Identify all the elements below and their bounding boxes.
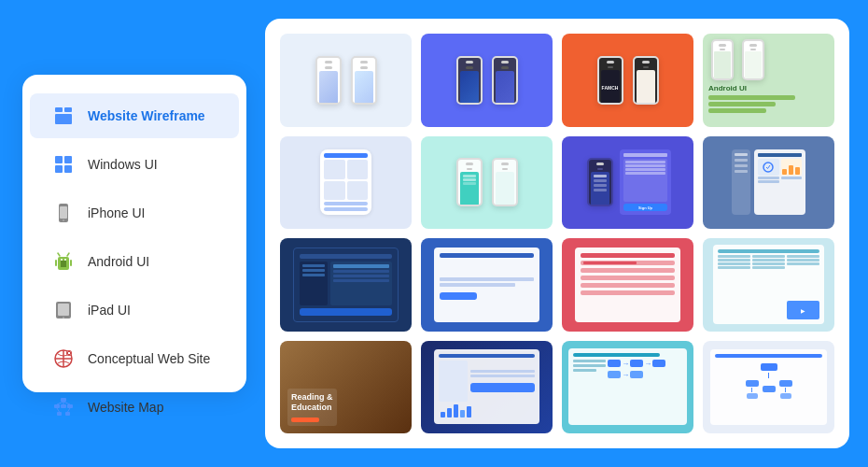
thumbnail-3[interactable]: FAMCH <box>562 34 693 127</box>
thumbnail-8[interactable] <box>703 136 834 230</box>
thumbnail-5[interactable] <box>280 136 412 230</box>
thumbnail-4[interactable]: Android UI <box>703 34 834 127</box>
sidebar: Website Wireframe Windows UI iPhone UI <box>22 75 246 392</box>
web-icon <box>50 346 77 372</box>
svg-rect-32 <box>65 412 70 416</box>
svg-line-15 <box>67 253 69 256</box>
sidebar-item-label-android-ui: Android UI <box>88 254 149 269</box>
thumbnail-9[interactable] <box>280 238 412 332</box>
sidebar-item-label-ipad-ui: iPad UI <box>88 303 131 318</box>
tablet-icon <box>50 297 77 323</box>
thumbnail-14[interactable] <box>421 341 553 434</box>
svg-line-35 <box>63 402 70 404</box>
thumbnail-10[interactable] <box>421 238 553 332</box>
thumbnail-6[interactable] <box>421 136 553 230</box>
svg-point-12 <box>61 259 63 261</box>
thumbnail-2[interactable] <box>421 34 553 127</box>
svg-rect-6 <box>64 165 72 173</box>
sidebar-item-iphone-ui[interactable]: iPhone UI <box>30 191 239 235</box>
sidebar-item-website-map[interactable]: Website Map <box>30 385 239 430</box>
svg-rect-19 <box>58 304 69 316</box>
svg-point-9 <box>63 219 64 221</box>
android-icon <box>50 248 77 275</box>
svg-rect-3 <box>55 156 63 163</box>
svg-rect-5 <box>55 165 63 173</box>
thumbnail-11[interactable] <box>562 238 693 332</box>
svg-rect-27 <box>61 398 66 402</box>
thumbnail-grid: FAMCH Android UI <box>265 19 849 448</box>
svg-rect-2 <box>55 114 72 124</box>
sitemap-icon <box>50 394 77 420</box>
windows-icon <box>50 151 77 177</box>
sidebar-item-label-website-wireframe: Website Wireframe <box>88 108 205 123</box>
svg-rect-29 <box>61 404 66 408</box>
svg-point-20 <box>63 317 64 318</box>
phone-icon <box>50 200 77 226</box>
svg-rect-4 <box>64 156 72 163</box>
svg-line-36 <box>57 408 60 412</box>
thumbnail-12[interactable]: ▶ <box>703 238 834 332</box>
sidebar-item-android-ui[interactable]: Android UI <box>30 239 239 284</box>
svg-rect-28 <box>54 404 60 408</box>
thumbnail-1[interactable] <box>280 34 412 127</box>
svg-rect-8 <box>60 206 67 219</box>
sidebar-item-website-wireframe[interactable]: Website Wireframe <box>30 93 239 138</box>
thumbnail-16[interactable] <box>703 341 834 434</box>
thumbnail-7[interactable]: Sign Up <box>562 136 693 230</box>
svg-rect-30 <box>67 404 73 408</box>
sidebar-item-label-conceptual-web: Conceptual Web Site <box>88 351 210 366</box>
svg-line-34 <box>57 402 63 404</box>
svg-rect-11 <box>61 261 66 267</box>
layout-icon <box>50 103 77 129</box>
sidebar-item-label-iphone-ui: iPhone UI <box>88 205 145 220</box>
sidebar-item-ipad-ui[interactable]: iPad UI <box>30 288 239 333</box>
svg-line-14 <box>58 253 60 256</box>
sidebar-item-conceptual-web[interactable]: Conceptual Web Site <box>30 336 239 381</box>
sidebar-item-label-windows-ui: Windows UI <box>88 157 158 172</box>
sidebar-item-label-website-map: Website Map <box>88 400 163 415</box>
thumbnail-15[interactable]: → → → <box>562 341 693 434</box>
sidebar-item-windows-ui[interactable]: Windows UI <box>30 142 239 187</box>
thumbnail-13[interactable]: Reading &Education <box>280 341 412 434</box>
svg-rect-0 <box>55 107 63 112</box>
svg-point-13 <box>64 259 66 261</box>
svg-rect-1 <box>64 107 72 112</box>
svg-line-37 <box>68 408 71 412</box>
svg-rect-31 <box>57 412 62 416</box>
